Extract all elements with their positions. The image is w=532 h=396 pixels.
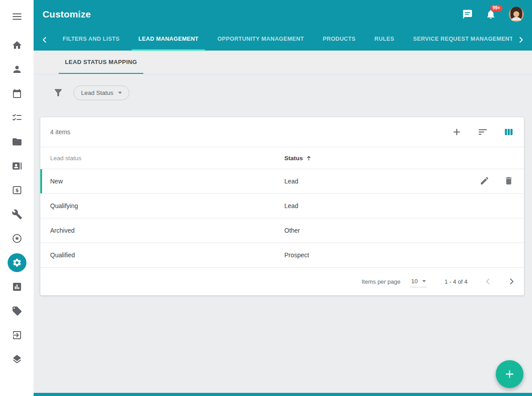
chevron-down-icon xyxy=(118,92,122,94)
sort-button[interactable] xyxy=(477,127,488,137)
sidebar-menu-button[interactable] xyxy=(0,6,34,27)
sidebar-item-tags[interactable] xyxy=(0,299,34,323)
subtab-lead-status-mapping[interactable]: LEAD STATUS MAPPING xyxy=(59,51,143,74)
main-area: Customize 99+ xyxy=(34,0,532,396)
table-row[interactable]: Archived Other xyxy=(40,218,524,243)
items-per-page-label: Items per page xyxy=(362,278,401,285)
tab-rules[interactable]: RULES xyxy=(368,29,401,51)
cell-status: Lead xyxy=(284,202,460,209)
cell-lead-status: Qualified xyxy=(50,251,284,259)
columns-button[interactable] xyxy=(503,127,514,137)
sidebar-item-home[interactable] xyxy=(0,33,34,57)
card-toolbar: 4 items xyxy=(40,117,524,147)
sort-icon xyxy=(477,127,488,137)
column-header-status[interactable]: Status xyxy=(284,155,460,162)
tab-lead-management[interactable]: LEAD MANAGEMENT xyxy=(132,29,205,51)
pencil-icon xyxy=(480,176,489,186)
sidebar-item-calendar[interactable] xyxy=(0,81,34,106)
items-count-label: 4 items xyxy=(50,128,70,136)
card-toolbar-icons xyxy=(451,127,514,137)
tab-bar: FILTERS AND LISTS LEAD MANAGEMENT OPPORT… xyxy=(34,29,532,51)
lead-status-mapping-card: 4 items Lead status xyxy=(40,117,524,295)
chevron-left-icon xyxy=(41,36,49,44)
chevron-right-icon xyxy=(506,276,517,287)
tabs-scroll-left-button[interactable] xyxy=(36,29,53,51)
chevron-down-icon xyxy=(422,280,426,282)
tag-icon xyxy=(12,306,22,316)
chat-icon xyxy=(462,9,473,20)
table-row[interactable]: Qualifying Lead xyxy=(40,194,524,218)
pagination-range-label: 1 - 4 of 4 xyxy=(445,278,468,285)
cell-status: Lead xyxy=(284,178,460,185)
sidebar-item-goals[interactable] xyxy=(0,226,34,251)
sidebar-item-tools[interactable] xyxy=(0,202,34,226)
top-bar-title-row: Customize 99+ xyxy=(34,0,532,29)
chevron-right-icon xyxy=(517,36,525,44)
sidebar-item-contact-book[interactable] xyxy=(0,154,34,178)
table-row[interactable]: Qualified Prospect xyxy=(40,243,524,268)
sidebar-item-layers[interactable] xyxy=(0,347,34,371)
sidebar-item-files[interactable] xyxy=(0,130,34,154)
sidebar: $ xyxy=(0,0,34,396)
cell-status: Prospect xyxy=(284,251,460,259)
sidebar-item-deals[interactable]: $ xyxy=(0,178,34,202)
filter-funnel-icon xyxy=(53,87,64,98)
settings-active-indicator xyxy=(8,253,26,272)
tab-products[interactable]: PRODUCTS xyxy=(316,29,362,51)
top-bar: Customize 99+ xyxy=(34,0,532,51)
delete-row-button[interactable] xyxy=(503,176,514,187)
sidebar-item-tasks[interactable] xyxy=(0,106,34,130)
tabs-scroll-right-button[interactable] xyxy=(512,29,529,51)
tab-service-request-management[interactable]: SERVICE REQUEST MANAGEMENT xyxy=(406,29,512,51)
exit-icon xyxy=(12,330,22,341)
table-header-row: Lead status Status xyxy=(40,147,524,169)
app-window: $ Customize xyxy=(0,0,532,396)
home-icon xyxy=(12,40,22,51)
next-page-button[interactable] xyxy=(506,276,517,287)
sub-tab-bar: LEAD STATUS MAPPING xyxy=(34,51,532,74)
notifications-badge: 99+ xyxy=(490,5,502,11)
sort-ascending-arrow-icon xyxy=(305,155,312,162)
edit-row-button[interactable] xyxy=(479,176,490,187)
add-item-button[interactable] xyxy=(451,127,462,137)
tabs-strip: FILTERS AND LISTS LEAD MANAGEMENT OPPORT… xyxy=(53,29,512,51)
chevron-left-icon xyxy=(483,276,493,287)
column-header-lead-status[interactable]: Lead status xyxy=(50,155,284,162)
star-circle-icon xyxy=(12,233,22,244)
content-area: 4 items Lead status xyxy=(34,111,532,396)
sidebar-item-insights[interactable] xyxy=(0,275,34,299)
trash-icon xyxy=(504,176,514,186)
svg-text:$: $ xyxy=(15,187,19,193)
filter-bar: Lead Status xyxy=(34,74,532,111)
top-bar-actions: 99+ xyxy=(462,7,524,22)
tasks-icon xyxy=(12,112,22,123)
cell-status: Other xyxy=(284,227,460,234)
plus-icon xyxy=(503,368,516,380)
wrench-icon xyxy=(12,209,22,220)
cell-lead-status: Archived xyxy=(50,227,284,234)
items-per-page-select[interactable]: 10 xyxy=(410,276,426,287)
deals-dollar-icon: $ xyxy=(12,185,22,196)
avatar[interactable] xyxy=(509,7,524,22)
previous-page-button[interactable] xyxy=(483,276,493,287)
sidebar-item-exit[interactable] xyxy=(0,323,34,347)
pagination-bar: Items per page 10 1 - 4 of 4 xyxy=(40,268,524,295)
sidebar-item-contacts[interactable] xyxy=(0,57,34,81)
page-title: Customize xyxy=(43,9,91,20)
menu-icon xyxy=(12,11,22,22)
contact-card-icon xyxy=(12,161,22,171)
lead-status-filter-chip[interactable]: Lead Status xyxy=(73,85,129,100)
tab-opportunity-management[interactable]: OPPORTUNITY MANAGEMENT xyxy=(210,29,310,51)
add-fab-button[interactable] xyxy=(496,360,523,388)
layers-icon xyxy=(12,354,22,365)
plus-icon xyxy=(451,127,462,137)
table-row[interactable]: New Lead xyxy=(40,169,524,194)
notifications-button[interactable]: 99+ xyxy=(485,9,496,20)
folder-icon xyxy=(12,136,22,147)
cell-lead-status: Qualifying xyxy=(50,202,284,209)
bottom-accent-strip xyxy=(34,393,532,396)
chart-icon xyxy=(12,281,22,292)
chat-button[interactable] xyxy=(462,9,473,20)
tab-filters-and-lists[interactable]: FILTERS AND LISTS xyxy=(56,29,126,51)
sidebar-item-settings[interactable] xyxy=(0,251,34,275)
